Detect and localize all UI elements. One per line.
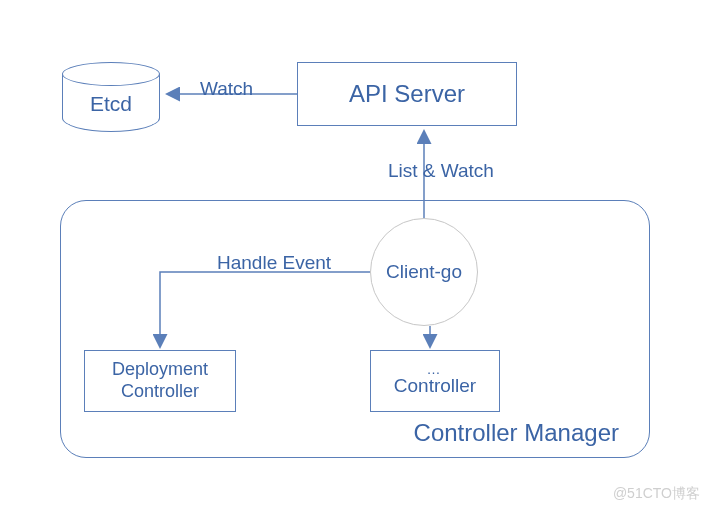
etcd-label: Etcd [62,92,160,116]
api-server-label: API Server [349,80,465,109]
controller-manager-label: Controller Manager [414,419,619,447]
watermark-text: @51CTO博客 [613,485,700,503]
controller-manager-container: Controller Manager [60,200,650,458]
edge-label-list-watch: List & Watch [388,160,494,182]
deployment-controller-node: Deployment Controller [84,350,236,412]
client-go-label: Client-go [386,261,462,283]
other-controller-label: Controller [394,375,476,398]
ellipsis-icon: … [394,364,476,375]
client-go-node: Client-go [370,218,478,326]
deployment-controller-label: Deployment Controller [112,359,208,402]
etcd-node: Etcd [62,62,160,138]
other-controller-node: … Controller [370,350,500,412]
api-server-node: API Server [297,62,517,126]
other-controller-inner: … Controller [394,364,476,398]
cylinder-top [62,62,160,86]
edge-label-handle-event: Handle Event [217,252,331,274]
edge-label-watch: Watch [200,78,253,100]
diagram-canvas: Etcd API Server Controller Manager Clien… [0,0,710,509]
